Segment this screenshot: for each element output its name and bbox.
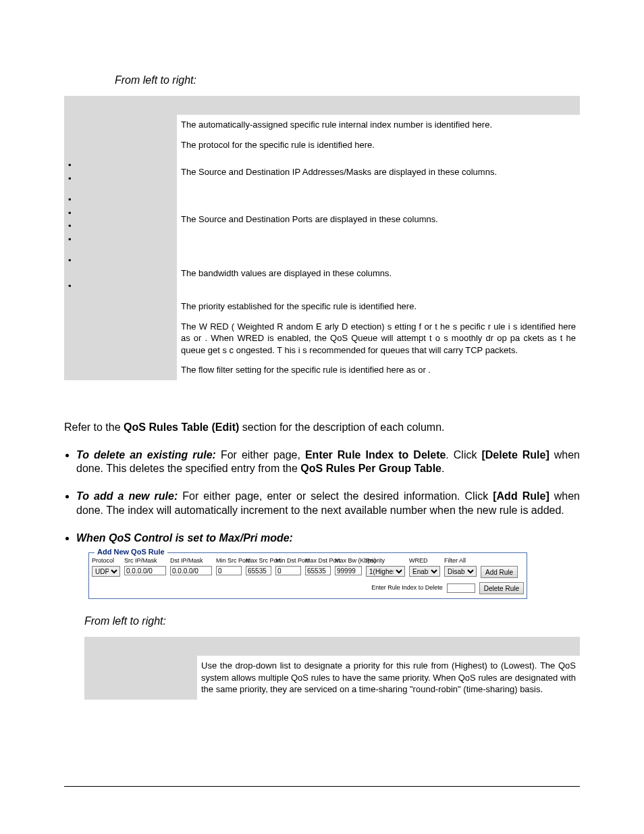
priority-select[interactable]: 1(Highest) bbox=[366, 566, 405, 577]
label-max-bw: Max Bw (Kbps) bbox=[335, 557, 362, 565]
text: For either page, bbox=[216, 449, 305, 461]
row-text: The Source and Destination Ports are dis… bbox=[177, 189, 580, 250]
description-table-1: The automatically-assigned specific rule… bbox=[64, 96, 580, 380]
list-item-mode: When QoS Control is set to Max/Pri mode:… bbox=[76, 531, 580, 599]
wred-select[interactable]: Enable bbox=[409, 566, 440, 577]
table-row: • • • • The Source and Destination Ports… bbox=[64, 189, 580, 250]
dst-ip-input[interactable] bbox=[170, 566, 212, 575]
text: For either page, enter or select the des… bbox=[178, 490, 493, 502]
text: Refer to the bbox=[64, 421, 124, 433]
bullet-icon: • bbox=[68, 219, 173, 233]
table-row: • • The Source and Destination IP Addres… bbox=[64, 155, 580, 189]
list-item-add-rule: To add a new rule: For either page, ente… bbox=[76, 490, 580, 518]
table-row: The priority established for the specifi… bbox=[64, 296, 580, 317]
delete-rule-button[interactable]: Delete Rule bbox=[479, 582, 524, 594]
label-dst-ip: Dst IP/Mask bbox=[170, 557, 212, 565]
footer-rule bbox=[64, 786, 580, 787]
text-lead: When QoS Control is set to Max/Pri mode: bbox=[76, 532, 293, 544]
max-dst-port-input[interactable] bbox=[305, 566, 331, 575]
list-item-delete-rule: To delete an existing rule: For either p… bbox=[76, 448, 580, 477]
delete-index-label: Enter Rule Index to Delete bbox=[371, 584, 443, 592]
label-wred: WRED bbox=[409, 557, 440, 565]
row-text: The automatically-assigned specific rule… bbox=[177, 115, 580, 135]
min-src-port-input[interactable] bbox=[216, 566, 242, 575]
bullet-icon: • bbox=[68, 159, 173, 172]
text-bold: [Delete Rule] bbox=[481, 449, 549, 461]
bullet-icon: • bbox=[68, 172, 173, 186]
label-src-ip: Src IP/Mask bbox=[124, 557, 166, 565]
bullet-icon: • bbox=[68, 254, 173, 267]
row-text: The priority established for the specifi… bbox=[177, 296, 580, 317]
delete-index-input[interactable] bbox=[447, 583, 475, 593]
label-max-src-port: Max Src Port bbox=[246, 557, 271, 565]
table-row: The W RED ( Weighted R andom E arly D et… bbox=[64, 317, 580, 361]
row-text: The W RED ( Weighted R andom E arly D et… bbox=[177, 317, 580, 361]
text-lead: To add a new rule: bbox=[76, 490, 178, 502]
label-min-src-port: Min Src Port bbox=[216, 557, 242, 565]
add-qos-rule-panel: Add New QoS Rule Protocol UDP Src IP/Mas… bbox=[88, 552, 527, 600]
protocol-select[interactable]: UDP bbox=[92, 566, 120, 577]
label-min-dst-port: Min Dst Port bbox=[275, 557, 301, 565]
from-left-heading-2: From left to right: bbox=[84, 615, 580, 627]
text-bold: Enter Rule Index to Delete bbox=[305, 449, 446, 461]
table-row: • • The bandwidth values are displayed i… bbox=[64, 250, 580, 296]
bullet-icon: • bbox=[68, 233, 173, 246]
label-filter-all: Filter All bbox=[444, 557, 477, 565]
description-table-2: Use the drop-down list to designate a pr… bbox=[84, 637, 580, 700]
bullet-icon: • bbox=[68, 193, 173, 207]
from-left-heading-1: From left to right: bbox=[115, 74, 580, 86]
panel-legend: Add New QoS Rule bbox=[95, 547, 167, 556]
table-row: The flow filter setting for the specific… bbox=[64, 360, 580, 380]
row-text: The protocol for the specific rule is id… bbox=[177, 135, 580, 155]
bullet-icon: • bbox=[68, 280, 173, 293]
label-protocol: Protocol bbox=[92, 557, 120, 565]
filter-all-select[interactable]: Disable bbox=[444, 566, 477, 577]
refer-paragraph: Refer to the QoS Rules Table (Edit) sect… bbox=[64, 421, 580, 435]
max-src-port-input[interactable] bbox=[246, 566, 271, 575]
min-dst-port-input[interactable] bbox=[275, 566, 301, 575]
text-lead: To delete an existing rule: bbox=[76, 449, 216, 461]
label-max-dst-port: Max Dst Port bbox=[305, 557, 331, 565]
label-priority: Priority bbox=[366, 557, 405, 565]
text-bold: QoS Rules Table (Edit) bbox=[124, 421, 239, 433]
max-bw-input[interactable] bbox=[335, 566, 362, 575]
row-text: Use the drop-down list to designate a pr… bbox=[197, 656, 580, 700]
text-bold: [Add Rule] bbox=[493, 490, 549, 502]
src-ip-input[interactable] bbox=[124, 566, 166, 575]
row-text: The Source and Destination IP Addresses/… bbox=[177, 155, 580, 189]
table-row: The protocol for the specific rule is id… bbox=[64, 135, 580, 155]
bullet-icon: • bbox=[68, 207, 173, 220]
row-text: The flow filter setting for the specific… bbox=[177, 360, 580, 380]
text: . bbox=[441, 463, 444, 474]
text-bold: QoS Rules Per Group Table bbox=[300, 463, 441, 474]
table-row: The automatically-assigned specific rule… bbox=[64, 115, 580, 135]
add-rule-button[interactable]: Add Rule bbox=[481, 566, 518, 578]
text: section for the description of each colu… bbox=[239, 421, 444, 433]
table-row: Use the drop-down list to designate a pr… bbox=[84, 656, 580, 700]
row-text: The bandwidth values are displayed in th… bbox=[177, 250, 580, 296]
text: . Click bbox=[446, 449, 481, 461]
